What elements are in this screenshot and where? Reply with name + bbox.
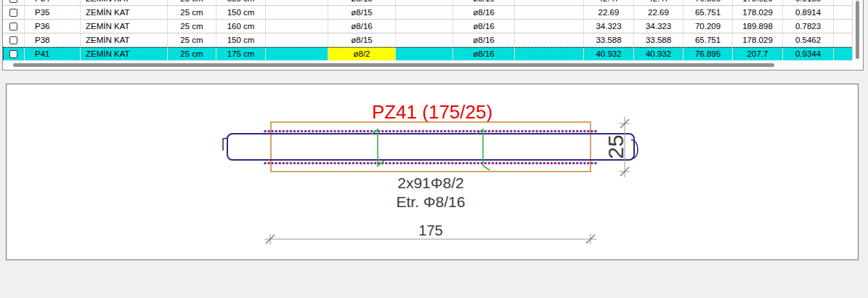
col-value-3: 65.751 bbox=[684, 6, 733, 19]
table-row[interactable]: P41ZEMİN KAT25 cm175 cmø8/2ø8/1640.93240… bbox=[3, 47, 853, 61]
row-checkbox[interactable] bbox=[9, 23, 17, 31]
col-main-spacing: ø8/15 bbox=[328, 6, 396, 19]
col-value-1: 40.932 bbox=[584, 47, 634, 60]
col-empty bbox=[396, 47, 453, 60]
col-floor: ZEMİN KAT bbox=[81, 0, 168, 5]
col-value-3: 76.895 bbox=[684, 0, 733, 5]
col-empty bbox=[834, 6, 853, 19]
col-main-spacing: ø8/15 bbox=[328, 33, 396, 47]
col-tie-spacing: ø8/16 bbox=[453, 0, 515, 5]
col-length: 160 cm bbox=[216, 20, 266, 33]
col-empty bbox=[834, 20, 853, 33]
col-empty bbox=[396, 0, 453, 5]
col-value-5: 0.9155 bbox=[783, 0, 834, 5]
col-empty bbox=[396, 33, 453, 47]
col-value-5: 0.9344 bbox=[783, 47, 834, 60]
main-rebar-label: 2x91Φ8/2 bbox=[397, 174, 464, 191]
row-checkbox[interactable] bbox=[9, 36, 17, 44]
col-empty bbox=[515, 0, 584, 5]
table-row[interactable]: P38ZEMİN KAT25 cm150 cmø8/15ø8/1633.5883… bbox=[3, 33, 853, 47]
col-tie-spacing: ø8/16 bbox=[453, 47, 515, 60]
col-thickness: 25 cm bbox=[168, 33, 216, 47]
col-thickness: 25 cm bbox=[168, 47, 216, 60]
col-wall-name: P38 bbox=[25, 33, 81, 47]
col-tie-spacing: ø8/16 bbox=[453, 6, 515, 19]
col-wall-name: P35 bbox=[25, 6, 81, 19]
col-value-3: 76.895 bbox=[684, 47, 733, 60]
col-empty bbox=[515, 6, 584, 19]
col-value-1: 42.47 bbox=[584, 0, 634, 5]
col-thickness: 25 cm bbox=[168, 6, 216, 19]
col-wall-name: P41 bbox=[25, 47, 81, 60]
col-empty bbox=[266, 20, 328, 33]
col-floor: ZEMİN KAT bbox=[81, 33, 168, 47]
col-main-spacing: ø8/2 bbox=[328, 47, 396, 60]
col-length: 175 cm bbox=[216, 47, 266, 60]
col-thickness: 25 cm bbox=[168, 20, 216, 33]
col-value-2: 34.323 bbox=[634, 20, 684, 33]
row-checkbox-cell bbox=[3, 6, 25, 19]
col-empty bbox=[834, 33, 853, 47]
col-empty bbox=[396, 20, 453, 33]
col-wall-name: P36 bbox=[25, 20, 81, 33]
table-vertical-scrollbar[interactable] bbox=[852, 0, 863, 60]
col-tie-spacing: ø8/16 bbox=[453, 20, 515, 33]
col-wall-name: P34 bbox=[25, 0, 81, 5]
col-value-4: 189.898 bbox=[733, 20, 783, 33]
row-checkbox[interactable] bbox=[9, 0, 17, 3]
col-empty bbox=[266, 47, 328, 60]
col-empty bbox=[834, 47, 853, 60]
rebar-dots-top bbox=[264, 130, 597, 133]
col-empty bbox=[266, 33, 328, 47]
col-empty bbox=[515, 33, 584, 47]
col-value-2: 33.588 bbox=[634, 33, 684, 47]
col-empty bbox=[834, 0, 853, 5]
dim-length-label: 175 bbox=[418, 222, 442, 238]
row-checkbox-cell bbox=[3, 20, 25, 33]
col-value-5: 0.8914 bbox=[783, 6, 834, 19]
horizontal-scroll-thumb[interactable] bbox=[13, 63, 774, 67]
col-tie-spacing: ø8/16 bbox=[453, 33, 515, 47]
dim-width-label: 25 bbox=[604, 134, 628, 158]
stirrup-label: Etr. Φ8/16 bbox=[397, 193, 466, 210]
col-empty bbox=[515, 20, 584, 33]
col-main-spacing: ø8/15 bbox=[328, 0, 396, 5]
row-checkbox-cell bbox=[3, 47, 25, 60]
col-floor: ZEMİN KAT bbox=[81, 20, 168, 33]
col-thickness: 25 cm bbox=[168, 0, 216, 5]
table-row[interactable]: P35ZEMİN KAT25 cm150 cmø8/15ø8/1622.6922… bbox=[3, 6, 853, 20]
col-length: 550 cm bbox=[216, 0, 266, 5]
col-value-2: 42.47 bbox=[634, 0, 684, 5]
col-empty bbox=[396, 6, 453, 19]
col-value-4: 178.029 bbox=[733, 0, 783, 5]
wall-section-drawing: 25 2x91Φ8/2 Etr. Φ8/16 175 bbox=[7, 84, 858, 259]
col-length: 150 cm bbox=[216, 6, 266, 19]
row-checkbox-cell bbox=[3, 0, 25, 5]
wall-outline bbox=[227, 134, 634, 160]
walls-table-panel: P34ZEMİN KAT25 cm550 cmø8/15ø8/1642.4742… bbox=[2, 0, 864, 71]
col-value-4: 178.029 bbox=[733, 33, 783, 47]
vertical-scroll-thumb[interactable] bbox=[856, 1, 859, 59]
footer-bar: Donatı Hesap Makinesi Sadece Güçlendirme… bbox=[0, 263, 868, 298]
col-value-3: 70.209 bbox=[684, 20, 733, 33]
table-row[interactable]: P36ZEMİN KAT25 cm160 cmø8/16ø8/1634.3233… bbox=[3, 20, 853, 33]
col-empty bbox=[266, 6, 328, 19]
table-horizontal-scrollbar[interactable] bbox=[3, 60, 853, 69]
row-checkbox[interactable] bbox=[9, 50, 17, 58]
col-value-1: 22.69 bbox=[584, 6, 634, 19]
col-floor: ZEMİN KAT bbox=[81, 47, 168, 60]
col-value-1: 33.588 bbox=[584, 33, 634, 47]
col-value-3: 65.751 bbox=[684, 33, 733, 47]
rebar-dots-bottom bbox=[264, 162, 597, 165]
table-row[interactable]: P34ZEMİN KAT25 cm550 cmø8/15ø8/1642.4742… bbox=[3, 0, 853, 6]
col-value-1: 34.323 bbox=[584, 20, 634, 33]
col-value-5: 0.7823 bbox=[783, 20, 834, 33]
col-floor: ZEMİN KAT bbox=[81, 6, 168, 19]
col-length: 150 cm bbox=[216, 33, 266, 47]
col-main-spacing: ø8/16 bbox=[328, 20, 396, 33]
section-diagram-panel: PZ41 (175/25) 25 2x91Φ8/2 Etr. Φ8/16 bbox=[6, 84, 859, 260]
col-value-4: 178.029 bbox=[733, 6, 783, 19]
col-value-2: 22.69 bbox=[634, 6, 684, 19]
col-empty bbox=[515, 47, 584, 60]
row-checkbox[interactable] bbox=[9, 9, 17, 17]
